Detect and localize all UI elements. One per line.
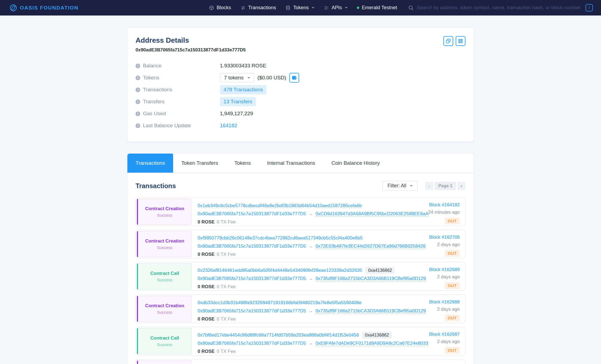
tokens-dropdown[interactable]: 7 tokens [220,73,254,82]
info-icon [136,88,140,92]
next-page-button[interactable]: › [457,182,465,190]
tx-value: 0 ROSE [198,219,214,225]
nav-label: Transactions [248,5,276,11]
filter-dropdown[interactable]: Filter: All [382,181,418,191]
last-balance-update-label: Last Balance Update [143,123,191,129]
chevron-down-icon [410,185,413,186]
tx-fee: 0 TX Fee [217,219,236,225]
arrow-right-icon: → [308,276,313,281]
gas-used-value: 1,949,127,229 [220,111,253,117]
tx-type-badge: Contract Creation Success [137,296,192,322]
tx-to-address-link[interactable]: 0xCD9d163947d3A58A9Bf5C95bcD2063E2599EE6… [315,211,428,217]
tx-block-link[interactable]: Block #162706 [429,235,460,240]
nav-item-blocks[interactable]: Blocks [209,5,231,11]
tx-status-label: Success [157,310,173,315]
arrow-right-icon: → [308,211,313,216]
detail-row-balance: Balance 1.933003433 ROSE [136,60,465,72]
qr-code-icon [458,38,463,44]
filter-label: Filter: All [387,183,406,189]
tx-from-address: 0x90adE3B7065fa715c7a150313877dF1d33e777… [198,341,306,346]
coins-icon [285,5,291,11]
tx-hash-link[interactable]: 0xdb33dcc1d3b31b498fa9232694871919166bfa… [198,299,361,307]
arrow-right-icon: → [308,341,313,346]
tx-status-label: Success [157,278,173,282]
tx-to-address-link[interactable]: 0x735df9F166a2715bCA3D3A66B119CBef95a0D1… [315,308,426,314]
tx-fee: 0 TX Fee [217,252,236,257]
tx-hash-link[interactable]: 0xf9950779cbb26c06148e37cdc4bea772862cd6… [198,234,363,242]
transaction-row: Contract Call Success 0x2326af8146461edd… [136,262,465,291]
pagination: ‹ Page 1 › [425,182,465,190]
tx-block-link[interactable]: Block #162688 [429,299,460,304]
tokens-usd-value: ($0.00 USD) [257,75,286,81]
tx-age: 2 days ago [429,339,460,344]
wallet-icon [292,75,297,80]
last-balance-update-block-link[interactable]: 164182 [220,123,237,129]
tab-tokens[interactable]: Tokens [226,154,259,173]
network-label: Emerald Testnet [362,5,397,11]
tx-value: 0 ROSE [198,252,214,257]
transaction-row: Contract Call Success 0x7bf6ed17ebe4454c… [136,327,465,356]
tx-type-label: Contract Creation [145,303,184,309]
tx-block-link[interactable]: Block #162689 [429,267,460,272]
tx-to-address-link[interactable]: 0x72E03b487fe3EC44d2627D67Ea96d766B02584… [315,244,426,249]
nav-item-tokens[interactable]: Tokens [285,5,314,11]
address-details-card: Address Details 0x90adE3B7065fa715c7a150… [127,28,474,141]
tx-type-badge: Contract Creation Success [137,360,192,364]
network-selector[interactable]: Emerald Testnet [357,5,397,11]
tx-hash-link[interactable]: 0x1eb349c6c5cbe5778cdbecdf46e8e2bdf3b186… [198,202,362,210]
tx-hash-link[interactable]: 0x7bf6ed17ebe4454c86d89fc68a7714fd07b59a… [198,331,359,339]
tx-age: 2 days ago [429,242,460,247]
tx-age: 24 minutes ago [428,210,460,215]
chevron-down-icon [312,7,314,8]
tab-coin-balance-history[interactable]: Coin Balance History [323,154,388,173]
tx-type-label: Contract Creation [145,238,184,244]
detail-row-transactions: Transactions 478 Transactions [136,84,465,96]
page-indicator: Page 1 [435,182,456,190]
cube-icon [209,5,214,11]
tab-token-transfers[interactable]: Token Transfers [173,154,226,173]
info-icon [136,99,140,104]
tx-method-badge: 0xa4136862 [362,332,392,339]
tx-block-link[interactable]: Block #164182 [429,202,460,207]
info-icon [136,76,140,80]
qr-code-button[interactable] [456,36,465,46]
tx-type-label: Contract Creation [145,206,184,211]
prev-page-button[interactable]: ‹ [425,182,433,190]
balance-value: 1.933003433 ROSE [220,63,266,69]
nav-item-transactions[interactable]: Transactions [240,5,276,11]
transfers-count-badge[interactable]: 13 Transfers [220,97,256,106]
chevron-down-icon [247,77,250,79]
copy-address-button[interactable] [443,36,453,46]
tx-from-address: 0x90adE3B7065fa715c7a150313877dF1d33e777… [198,308,306,313]
tx-age: 2 days ago [429,307,460,312]
tx-hash-link[interactable]: 0x2326af8146461edd85a0bb6a505f4d4448e543… [198,266,362,275]
brand-text: OASIS FOUNDATION [20,5,78,11]
search-input[interactable] [417,5,583,11]
tokens-dropdown-value: 7 tokens [224,75,244,81]
tx-type-badge: Contract Creation Success [137,231,192,257]
wallet-button[interactable] [289,73,299,83]
tx-fee: 0 TX Fee [217,284,236,289]
tx-type-badge: Contract Call Success [137,328,192,354]
info-icon [136,123,140,128]
tx-to-address-link[interactable]: 0x735df9F166a2715bCA3D3A66B119CBef95a0D1… [315,276,426,281]
nav-item-apis[interactable]: APIs [324,5,348,11]
tx-block-link[interactable]: Block #162687 [429,332,460,337]
gas-used-label: Gas Used [143,111,166,117]
balance-label: Balance [143,63,162,69]
transactions-count-badge[interactable]: 478 Transactions [220,85,266,94]
arrow-right-icon: → [308,308,313,313]
brand-home-link[interactable]: OASIS FOUNDATION [10,4,78,11]
chevron-down-icon [345,7,348,8]
section-title: Transactions [136,182,176,190]
tx-fee: 0 TX Fee [217,316,236,322]
tx-direction-badge: OUT [445,347,460,354]
tab-transactions[interactable]: Transactions [127,154,173,173]
tx-type-badge: Contract Creation Success [137,199,192,225]
tx-method-badge: 0xa4136862 [365,267,395,274]
tx-type-badge: Contract Call Success [137,263,192,290]
transactions-label: Transactions [143,87,172,93]
tab-internal-transactions[interactable]: Internal Transactions [259,154,323,173]
tx-to-address-link[interactable]: 0xE9FAfe7dADe9CF0171d9A9D9A8c2Ca67E24e80… [315,341,428,346]
tx-from-address: 0x90adE3B7065fa715c7a150313877dF1d33e777… [198,211,306,216]
